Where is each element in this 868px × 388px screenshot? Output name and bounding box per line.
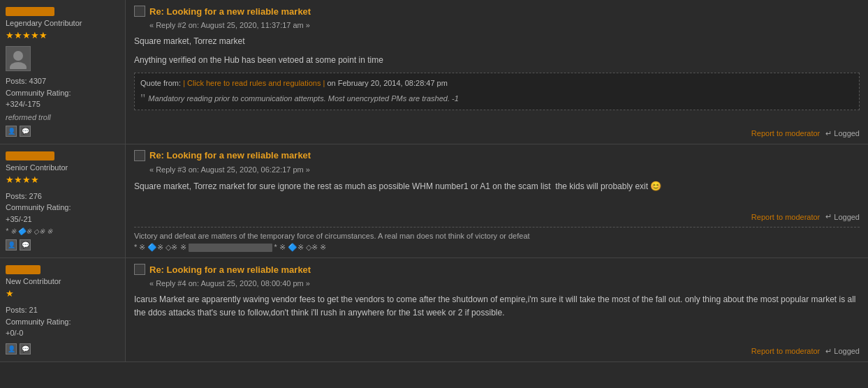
post-1-rank: Legendary Contributor bbox=[6, 19, 119, 27]
message-icon[interactable]: 💬 bbox=[20, 126, 31, 137]
post-3-stars: ★ bbox=[6, 288, 119, 299]
sig-icons-row: * ※ 🔷※ ◇※ ※ * ※ 🔷※ ◇※ ※ bbox=[134, 243, 860, 252]
post-2-footer: Report to moderator ↵ Logged bbox=[134, 209, 860, 221]
post-3-title[interactable]: Re: Looking for a new reliable market bbox=[149, 264, 311, 275]
post-3-sidebar: New Contributor ★ Posts: 21 Community Ra… bbox=[0, 258, 126, 361]
post-1-sidebar: Legendary Contributor ★★★★★ Posts: 4307 … bbox=[0, 0, 126, 144]
post-3-user-icons: 👤 💬 bbox=[6, 343, 119, 355]
post-3-header: Re: Looking for a new reliable market bbox=[134, 264, 860, 275]
post-row: Senior Contributor ★★★★ Posts: 276 Commu… bbox=[0, 144, 868, 259]
post-1-footer: Report to moderator ↵ Logged bbox=[134, 126, 860, 138]
post-1-username[interactable] bbox=[6, 7, 54, 16]
post-2-icon bbox=[134, 150, 145, 161]
post-1-icon bbox=[134, 6, 145, 17]
post-3-content: Re: Looking for a new reliable market « … bbox=[126, 258, 868, 361]
post-3-stats: Posts: 21 Community Rating: +0/-0 bbox=[6, 304, 119, 339]
post-2-body: Square market, Torrez market for sure ig… bbox=[134, 179, 860, 204]
logged-icon: ↵ bbox=[825, 347, 832, 356]
profile-icon[interactable]: 👤 bbox=[6, 343, 17, 355]
profile-icon[interactable]: 👤 bbox=[6, 239, 17, 251]
post-3-username[interactable] bbox=[6, 265, 41, 274]
post-3-rank: New Contributor bbox=[6, 277, 119, 285]
post-1-title[interactable]: Re: Looking for a new reliable market bbox=[149, 6, 311, 17]
post-1-quote-header: Quote from: | Click here to read rules a… bbox=[140, 77, 853, 90]
post-3-reply-info: « Reply #4 on: August 25, 2020, 08:00:40… bbox=[149, 279, 860, 288]
post-2-tag: * ※ 🔷※ ◇※ ※ bbox=[6, 227, 119, 235]
post-1-quote-text: Mandatory reading prior to communication… bbox=[148, 93, 459, 105]
post-2-stars: ★★★★ bbox=[6, 174, 119, 185]
post-3-body: Icarus Market are apparently waving vend… bbox=[134, 293, 860, 338]
post-2-title[interactable]: Re: Looking for a new reliable market bbox=[149, 150, 311, 161]
logged-indicator: ↵ Logged bbox=[825, 129, 860, 138]
report-to-moderator-link[interactable]: Report to moderator bbox=[751, 213, 820, 221]
post-1-tag: reformed troll bbox=[6, 113, 119, 121]
post-1-avatar bbox=[6, 46, 31, 71]
message-icon[interactable]: 💬 bbox=[20, 239, 31, 251]
report-to-moderator-link[interactable]: Report to moderator bbox=[751, 129, 820, 137]
logged-indicator: ↵ Logged bbox=[825, 347, 860, 356]
post-2-stats: Posts: 276 Community Rating: +35/-21 bbox=[6, 191, 119, 225]
logged-indicator: ↵ Logged bbox=[825, 212, 860, 221]
censored-content bbox=[189, 244, 272, 252]
profile-icon[interactable]: 👤 bbox=[6, 126, 17, 137]
report-to-moderator-link[interactable]: Report to moderator bbox=[751, 347, 820, 355]
quote-link[interactable]: | Click here to read rules and regulatio… bbox=[183, 79, 325, 87]
post-1-header: Re: Looking for a new reliable market bbox=[134, 6, 860, 17]
post-1-reply-info: « Reply #2 on: August 25, 2020, 11:37:17… bbox=[149, 21, 860, 29]
forum-container: Legendary Contributor ★★★★★ Posts: 4307 … bbox=[0, 0, 868, 388]
post-row: Legendary Contributor ★★★★★ Posts: 4307 … bbox=[0, 0, 868, 144]
logged-icon: ↵ bbox=[825, 212, 832, 221]
logged-icon: ↵ bbox=[825, 129, 832, 138]
post-1-content: Re: Looking for a new reliable market « … bbox=[126, 0, 868, 144]
post-2-user-icons: 👤 💬 bbox=[6, 239, 119, 251]
post-2-content: Re: Looking for a new reliable market « … bbox=[126, 144, 868, 258]
post-2-signature: Victory and defeat are matters of the te… bbox=[134, 227, 860, 252]
post-1-stats: Posts: 4307 Community Rating: +324/-175 bbox=[6, 75, 119, 110]
post-2-reply-info: « Reply #3 on: August 25, 2020, 06:22:17… bbox=[149, 165, 860, 174]
post-1-user-icons: 👤 💬 bbox=[6, 126, 119, 137]
post-2-rank: Senior Contributor bbox=[6, 163, 119, 172]
post-3-footer: Report to moderator ↵ Logged bbox=[134, 344, 860, 356]
quote-mark: " bbox=[140, 93, 145, 105]
message-icon[interactable]: 💬 bbox=[20, 343, 31, 355]
svg-point-1 bbox=[13, 51, 23, 61]
post-2-username[interactable] bbox=[6, 151, 54, 161]
post-2-header: Re: Looking for a new reliable market bbox=[134, 150, 860, 161]
post-3-icon bbox=[134, 264, 145, 275]
post-1-stars: ★★★★★ bbox=[6, 30, 119, 40]
post-2-sidebar: Senior Contributor ★★★★ Posts: 276 Commu… bbox=[0, 144, 126, 258]
post-row: New Contributor ★ Posts: 21 Community Ra… bbox=[0, 258, 868, 362]
post-1-quote: Quote from: | Click here to read rules a… bbox=[134, 73, 860, 110]
post-1-body: Square market, Torrez market Anything ve… bbox=[134, 35, 860, 121]
